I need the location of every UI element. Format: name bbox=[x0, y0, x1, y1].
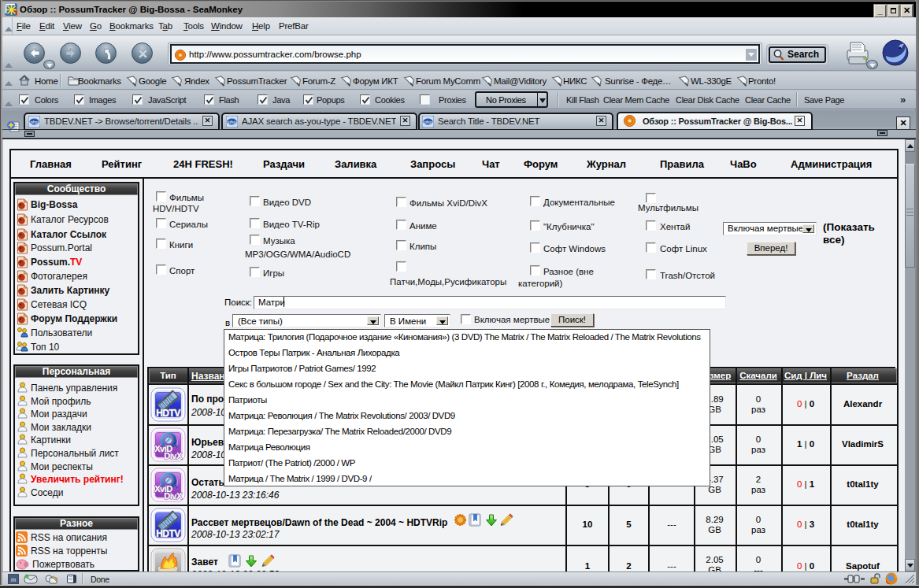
svg-text:HDTV: HDTV bbox=[156, 408, 180, 419]
svg-text:DivX: DivX bbox=[164, 491, 183, 501]
svg-text:php: php bbox=[228, 120, 236, 124]
svg-text:HDTV: HDTV bbox=[156, 528, 180, 539]
svg-text:php: php bbox=[424, 120, 432, 124]
svg-text:php: php bbox=[30, 120, 39, 124]
svg-text:m: m bbox=[11, 575, 17, 583]
svg-text:DivX: DivX bbox=[164, 451, 183, 460]
